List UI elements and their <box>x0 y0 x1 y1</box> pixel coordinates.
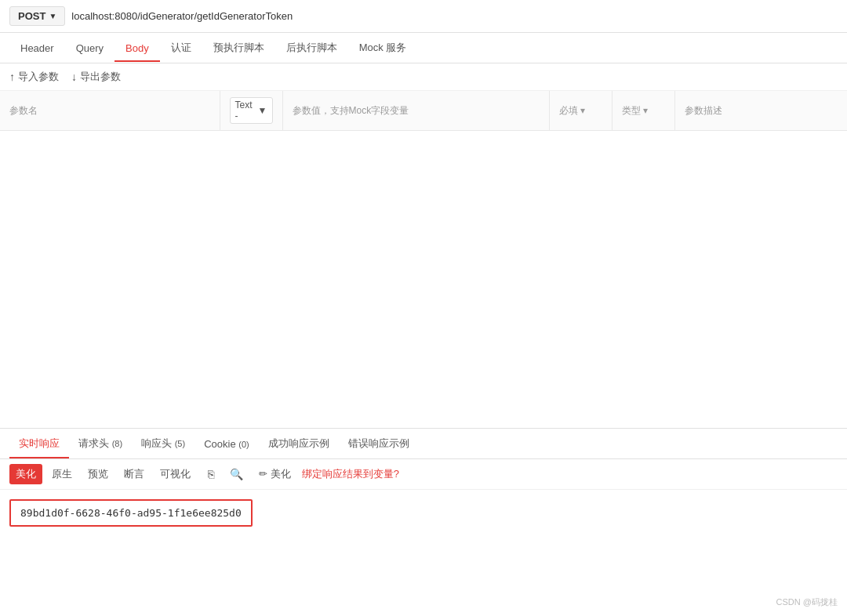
tab-success-example[interactable]: 成功响应示例 <box>259 429 339 458</box>
tab-auth[interactable]: 认证 <box>160 33 202 63</box>
format-tab-assert[interactable]: 断言 <box>118 464 151 484</box>
tab-pre-script[interactable]: 预执行脚本 <box>202 33 275 63</box>
tab-cookie[interactable]: Cookie (0) <box>194 430 259 458</box>
type-select-arrow: ▼ <box>258 105 267 116</box>
beautify-button[interactable]: ✏ 美化 <box>254 464 296 484</box>
export-icon: ↓ <box>71 71 77 83</box>
col-desc: 参数描述 <box>674 91 847 131</box>
col-required: 必填 ▾ <box>549 91 612 131</box>
params-toolbar: ↑ 导入参数 ↓ 导出参数 <box>0 63 847 91</box>
type-select-label: Text - <box>235 100 255 121</box>
method-button[interactable]: POST ▼ <box>9 6 65 26</box>
type-select[interactable]: Text - ▼ <box>230 97 273 124</box>
tab-request-headers[interactable]: 请求头 (8) <box>69 429 132 458</box>
tab-realtime[interactable]: 实时响应 <box>9 429 69 458</box>
format-bar: 美化 原生 预览 断言 可视化 ⎘ 🔍 ✏ 美化 绑定响应结果到变量? <box>0 459 847 490</box>
col-param-name: 参数名 <box>0 91 220 131</box>
tab-query[interactable]: Query <box>65 34 115 62</box>
format-tab-beautify[interactable]: 美化 <box>9 464 42 484</box>
params-table: 参数名 Text - ▼ 参数值，支持Mock字段变量 必填 ▾ 类型 ▾ 参数… <box>0 91 847 131</box>
bind-variable-link[interactable]: 绑定响应结果到变量? <box>302 467 399 481</box>
import-icon: ↑ <box>9 71 15 83</box>
col-type-dropdown[interactable]: Text - ▼ <box>220 91 282 131</box>
format-tab-raw[interactable]: 原生 <box>45 464 78 484</box>
tab-body[interactable]: Body <box>115 34 160 62</box>
tab-response-headers[interactable]: 响应头 (5) <box>132 429 194 458</box>
col-type: 类型 ▾ <box>612 91 674 131</box>
tab-error-example[interactable]: 错误响应示例 <box>339 429 419 458</box>
response-content-area: 89bd1d0f-6628-46f0-ad95-1f1e6ee825d0 <box>0 490 847 553</box>
top-tabs: Header Query Body 认证 预执行脚本 后执行脚本 Mock 服务 <box>0 33 847 63</box>
params-body-area <box>0 131 847 429</box>
bottom-section: 实时响应 请求头 (8) 响应头 (5) Cookie (0) 成功响应示例 错… <box>0 429 847 553</box>
url-input[interactable] <box>71 10 838 22</box>
response-value: 89bd1d0f-6628-46f0-ad95-1f1e6ee825d0 <box>9 499 253 527</box>
tab-header[interactable]: Header <box>9 34 65 62</box>
url-bar: POST ▼ <box>0 0 847 33</box>
import-label: 导入参数 <box>18 70 59 84</box>
search-button[interactable]: 🔍 <box>225 465 248 484</box>
tab-mock[interactable]: Mock 服务 <box>348 33 418 63</box>
format-tab-preview[interactable]: 预览 <box>82 464 115 484</box>
response-tabs: 实时响应 请求头 (8) 响应头 (5) Cookie (0) 成功响应示例 错… <box>0 429 847 459</box>
method-label: POST <box>18 10 45 22</box>
export-params-button[interactable]: ↓ 导出参数 <box>71 70 121 84</box>
export-label: 导出参数 <box>80 70 121 84</box>
tab-post-script[interactable]: 后执行脚本 <box>275 33 348 63</box>
import-params-button[interactable]: ↑ 导入参数 <box>9 70 59 84</box>
format-tab-visualize[interactable]: 可视化 <box>154 464 197 484</box>
method-arrow: ▼ <box>49 12 56 20</box>
col-param-value: 参数值，支持Mock字段变量 <box>282 91 549 131</box>
copy-button[interactable]: ⎘ <box>203 465 219 484</box>
